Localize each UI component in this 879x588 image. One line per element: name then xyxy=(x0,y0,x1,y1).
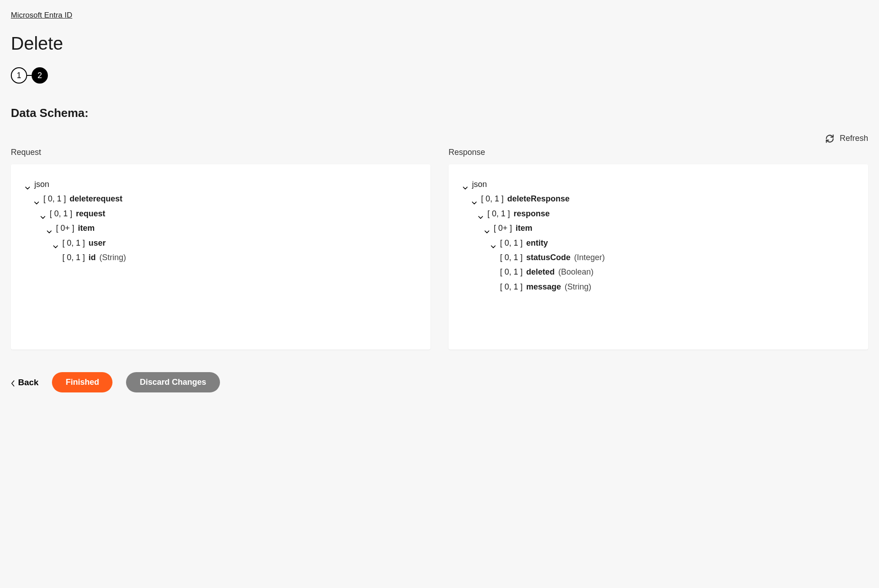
node-name: user xyxy=(89,236,106,250)
node-cardinality: [ 0, 1 ] xyxy=(62,250,85,265)
node-cardinality: [ 0, 1 ] xyxy=(500,236,523,250)
tree-node-id[interactable]: [ 0, 1 ] id (String) xyxy=(24,250,417,265)
back-label: Back xyxy=(18,378,38,387)
finished-button[interactable]: Finished xyxy=(52,372,112,392)
node-cardinality: [ 0+ ] xyxy=(494,221,512,235)
node-name: id xyxy=(89,250,96,265)
chevron-down-icon xyxy=(462,181,468,187)
tree-node-user[interactable]: [ 0, 1 ] user xyxy=(24,236,417,250)
node-cardinality: [ 0, 1 ] xyxy=(500,250,523,265)
step-connector xyxy=(27,75,32,76)
discard-button[interactable]: Discard Changes xyxy=(126,372,220,392)
request-label: Request xyxy=(11,148,430,157)
chevron-down-icon xyxy=(471,196,477,202)
refresh-label: Refresh xyxy=(840,134,868,143)
node-cardinality: [ 0, 1 ] xyxy=(481,191,504,206)
node-name: request xyxy=(76,206,105,221)
tree-node-statuscode[interactable]: [ 0, 1 ] statusCode (Integer) xyxy=(462,250,855,265)
node-cardinality: [ 0, 1 ] xyxy=(62,236,85,250)
node-cardinality: [ 0, 1 ] xyxy=(500,280,523,294)
chevron-left-icon xyxy=(11,379,15,386)
node-name: item xyxy=(516,221,533,235)
node-type: (Integer) xyxy=(574,250,605,265)
node-cardinality: [ 0+ ] xyxy=(56,221,75,235)
node-cardinality: [ 0, 1 ] xyxy=(500,265,523,279)
chevron-down-icon xyxy=(490,240,496,246)
node-cardinality: [ 0, 1 ] xyxy=(50,206,72,221)
node-type: (String) xyxy=(99,250,126,265)
node-name: item xyxy=(78,221,95,235)
tree-node-json[interactable]: json xyxy=(462,177,855,191)
tree-node-deleted[interactable]: [ 0, 1 ] deleted (Boolean) xyxy=(462,265,855,279)
node-name: deleted xyxy=(526,265,555,279)
chevron-down-icon xyxy=(46,225,52,231)
refresh-icon xyxy=(825,134,834,143)
page-title: Delete xyxy=(11,33,868,54)
node-name: statusCode xyxy=(526,250,570,265)
response-panel: json [ 0, 1 ] deleteResponse [ 0, 1 ] re… xyxy=(449,164,868,350)
tree-node-entity[interactable]: [ 0, 1 ] entity xyxy=(462,236,855,250)
node-name: message xyxy=(526,280,561,294)
node-label: json xyxy=(34,177,49,191)
node-type: (Boolean) xyxy=(558,265,594,279)
step-1[interactable]: 1 xyxy=(11,67,27,84)
chevron-down-icon xyxy=(52,240,59,246)
tree-node-item[interactable]: [ 0+ ] item xyxy=(24,221,417,235)
node-name: deleterequest xyxy=(70,191,122,206)
tree-node-deleterequest[interactable]: [ 0, 1 ] deleterequest xyxy=(24,191,417,206)
tree-node-item[interactable]: [ 0+ ] item xyxy=(462,221,855,235)
back-button[interactable]: Back xyxy=(11,378,38,387)
section-heading: Data Schema: xyxy=(11,106,868,120)
stepper: 1 2 xyxy=(11,67,868,84)
tree-node-response[interactable]: [ 0, 1 ] response xyxy=(462,206,855,221)
node-cardinality: [ 0, 1 ] xyxy=(43,191,66,206)
step-2[interactable]: 2 xyxy=(32,67,48,84)
tree-node-request[interactable]: [ 0, 1 ] request xyxy=(24,206,417,221)
tree-node-json[interactable]: json xyxy=(24,177,417,191)
chevron-down-icon xyxy=(40,210,46,217)
breadcrumb-link[interactable]: Microsoft Entra ID xyxy=(11,11,72,20)
request-panel: json [ 0, 1 ] deleterequest [ 0, 1 ] req… xyxy=(11,164,430,350)
chevron-down-icon xyxy=(477,210,484,217)
chevron-down-icon xyxy=(24,181,31,187)
response-label: Response xyxy=(449,148,868,157)
node-cardinality: [ 0, 1 ] xyxy=(487,206,510,221)
node-name: response xyxy=(514,206,550,221)
node-name: deleteResponse xyxy=(507,191,570,206)
tree-node-message[interactable]: [ 0, 1 ] message (String) xyxy=(462,280,855,294)
chevron-down-icon xyxy=(33,196,40,202)
node-name: entity xyxy=(526,236,548,250)
chevron-down-icon xyxy=(484,225,490,231)
node-type: (String) xyxy=(565,280,591,294)
tree-node-deleteresponse[interactable]: [ 0, 1 ] deleteResponse xyxy=(462,191,855,206)
footer-actions: Back Finished Discard Changes xyxy=(11,372,868,392)
refresh-button[interactable]: Refresh xyxy=(825,134,868,143)
node-label: json xyxy=(472,177,487,191)
